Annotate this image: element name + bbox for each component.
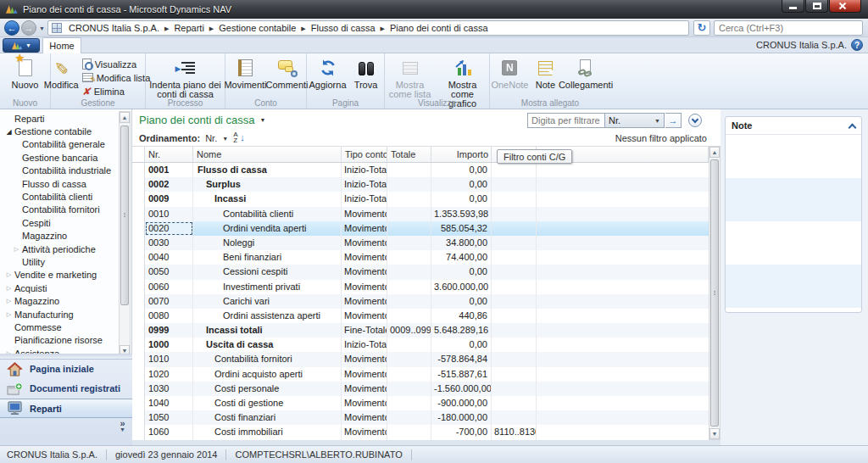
trova-button[interactable]: Trova <box>349 55 383 90</box>
cell-nr[interactable]: 0030 <box>145 236 193 250</box>
scrollbar-up-icon[interactable]: ▲ <box>120 112 130 123</box>
cell-spacer[interactable] <box>537 425 709 439</box>
cell-total[interactable] <box>387 425 431 439</box>
cell-spacer[interactable] <box>132 337 145 352</box>
cell-type[interactable]: Movimento <box>342 396 387 410</box>
cell-spacer[interactable] <box>132 425 145 439</box>
apply-filter-arrow-icon[interactable]: → <box>665 113 682 128</box>
sidebar-item[interactable]: Contabilità generale <box>0 138 119 151</box>
cell-amount[interactable]: 0,00 <box>431 163 492 177</box>
cell-amount[interactable]: -180.000,00 <box>431 410 492 425</box>
cell-nr[interactable]: 0009 <box>145 192 193 206</box>
cell-nr[interactable]: 1040 <box>145 396 193 410</box>
cell-name[interactable]: Ordini acquisto aperti <box>193 367 342 382</box>
cell-spacer[interactable] <box>537 221 709 236</box>
sidebar-item[interactable]: Pianificazione risorse <box>0 334 119 347</box>
sort-az-icon[interactable]: AZ↓ <box>233 132 247 144</box>
cell-spacer[interactable] <box>537 410 709 425</box>
cell-type[interactable]: Movimento <box>342 294 387 309</box>
refresh-icon[interactable]: ↻ <box>693 20 710 36</box>
chevron-down-icon[interactable]: ▼ <box>222 136 228 142</box>
cell-filter[interactable] <box>492 337 537 352</box>
cell-amount[interactable]: 440,86 <box>431 309 492 323</box>
cell-name[interactable]: Costi finanziari <box>193 410 342 425</box>
sidebar-item[interactable]: ▷Assistenza <box>0 347 119 354</box>
cell-amount[interactable]: -578.864,84 <box>431 352 492 366</box>
cell-type[interactable]: Movimento <box>342 309 387 323</box>
cell-total[interactable] <box>387 410 431 425</box>
cell-name[interactable]: Flusso di cassa <box>193 163 342 177</box>
cell-spacer[interactable] <box>132 280 145 294</box>
table-row[interactable]: 0009IncassiInizio-Totale0,00 <box>132 192 709 206</box>
sidebar-item[interactable]: Magazzino <box>0 230 119 243</box>
cell-filter[interactable] <box>492 280 537 294</box>
sidebar-item[interactable]: Gestione bancaria <box>0 151 119 164</box>
cell-nr[interactable]: 0999 <box>145 323 193 337</box>
cell-spacer[interactable] <box>132 323 145 337</box>
cell-total[interactable] <box>387 367 431 382</box>
sidebar-item[interactable]: ◢Gestione contabile <box>0 125 119 137</box>
filter-input[interactable] <box>528 114 604 127</box>
collegamenti-button[interactable]: Collegamenti <box>561 55 610 90</box>
cell-amount[interactable]: 5.648.289,16 <box>431 323 492 337</box>
table-row[interactable]: 0001Flusso di cassaInizio-Totale0,00 <box>132 163 709 177</box>
cell-type[interactable]: Inizio-Totale <box>342 163 387 177</box>
table-row[interactable]: 0060Investimenti privatiMovimento3.600.0… <box>132 280 709 294</box>
cell-amount[interactable]: 1.353.593,98 <box>431 207 492 221</box>
page-title[interactable]: Piano dei conti di cassa ▼ <box>139 114 266 126</box>
cell-nr[interactable]: 0070 <box>145 294 193 309</box>
cell-name[interactable]: Beni finanziari <box>193 250 342 265</box>
tab-home[interactable]: Home <box>42 37 81 53</box>
cell-nr[interactable]: 0020 <box>145 221 193 236</box>
cell-spacer[interactable] <box>537 207 709 221</box>
nuovo-button[interactable]: ★ Nuovo <box>3 55 47 90</box>
cell-spacer[interactable] <box>537 382 709 396</box>
cell-filter[interactable] <box>492 410 537 425</box>
sidebar-item[interactable]: ▷Attività periodiche <box>0 243 119 255</box>
cell-name[interactable]: Surplus <box>193 177 342 192</box>
cell-nr[interactable]: 1020 <box>145 367 193 382</box>
cell-total[interactable] <box>387 382 431 396</box>
cell-spacer[interactable] <box>537 396 709 410</box>
cell-type[interactable]: Inizio-Totale <box>342 192 387 206</box>
cell-type[interactable]: Movimento <box>342 352 387 366</box>
cell-spacer[interactable] <box>537 163 709 177</box>
status-workdate[interactable]: giovedì 23 gennaio 2014 <box>115 449 218 460</box>
sidebar-scrollbar[interactable]: ▲ ▼ <box>119 111 131 357</box>
cell-name[interactable]: Incassi <box>193 192 342 206</box>
cell-spacer[interactable] <box>132 367 145 382</box>
cell-spacer[interactable] <box>537 337 709 352</box>
cell-filter[interactable] <box>492 192 537 206</box>
cell-spacer[interactable] <box>132 265 145 279</box>
cell-amount[interactable]: 0,00 <box>431 337 492 352</box>
configure-buttons-chevron-icon[interactable]: »▼ <box>120 420 125 433</box>
movimenti-button[interactable]: Movimenti <box>225 55 266 90</box>
cell-type[interactable]: Movimento <box>342 250 387 265</box>
table-row[interactable]: 0020Ordini vendita apertiMovimento585.05… <box>132 221 709 236</box>
cell-amount[interactable]: -900.000,00 <box>431 396 492 410</box>
sort-field[interactable]: Nr. <box>205 133 217 143</box>
sidebar-item[interactable]: ▷Acquisti <box>0 282 119 294</box>
cell-spacer[interactable] <box>132 294 145 309</box>
cell-name[interactable]: Ordini vendita aperti <box>193 221 342 236</box>
cell-spacer[interactable] <box>132 352 145 366</box>
cell-spacer[interactable] <box>132 250 145 265</box>
sidebar-item[interactable]: Cespiti <box>0 216 119 229</box>
cell-filter[interactable] <box>492 250 537 265</box>
cell-total[interactable] <box>387 221 431 236</box>
cell-total[interactable] <box>387 163 431 177</box>
modifica-button[interactable]: ✎ Modifica <box>44 55 79 90</box>
cell-filter[interactable] <box>492 352 537 366</box>
cell-spacer[interactable] <box>132 396 145 410</box>
cell-nr[interactable]: 1000 <box>145 337 193 352</box>
table-row[interactable]: 1000Uscita di cassaInizio-Totale0,00 <box>132 337 709 352</box>
cell-filter[interactable] <box>492 382 537 396</box>
cell-filter[interactable] <box>492 396 537 410</box>
history-dropdown-icon[interactable]: ▼ <box>39 25 45 31</box>
cell-name[interactable]: Costi di gestione <box>193 396 342 410</box>
collapsed-tree-arrow-icon[interactable]: ▷ <box>3 271 14 278</box>
cell-nr[interactable]: 0050 <box>145 265 193 279</box>
sidebar-item[interactable]: Flusso di cassa <box>0 177 119 190</box>
filter-field-dropdown[interactable]: Nr. ▼ <box>605 113 665 128</box>
breadcrumb-item[interactable]: Gestione contabile <box>217 23 298 33</box>
